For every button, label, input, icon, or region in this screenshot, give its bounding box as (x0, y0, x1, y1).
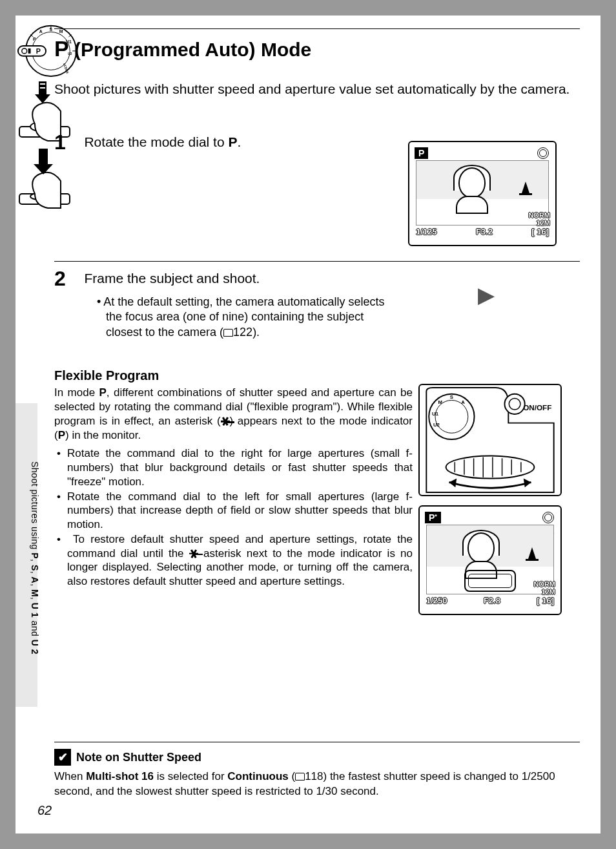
command-dial-illustration: SMA U1U2 ON/OFF (418, 384, 562, 496)
svg-text:A: A (461, 399, 465, 405)
svg-text:M: M (438, 399, 443, 405)
title-mode-letter: P (54, 36, 69, 61)
manual-page: P (Programmed Auto) Mode Shoot pictures … (15, 16, 601, 833)
lcd2-quality-stack: NORM 12M (533, 580, 555, 596)
manual-ref-icon (223, 329, 233, 337)
check-badge-icon (54, 749, 71, 766)
lcd2-aperture: F2.8 (482, 596, 502, 609)
lcd2-shutter: 1/250 (425, 596, 449, 609)
note-section: Note on Shutter Speed When Multi-shot 16… (54, 742, 580, 799)
svg-text:P: P (36, 47, 41, 55)
step-2-text: Frame the subject and shoot. (84, 267, 381, 286)
page-number: 62 (37, 803, 52, 818)
lcd1-shutter: 1/125 (415, 227, 438, 240)
svg-text:U2: U2 (433, 422, 440, 428)
lcd1-aperture: F3.2 (475, 227, 494, 240)
step-2: 2 Frame the subject and shoot. At the de… (54, 261, 580, 340)
note-body: When Multi-shot 16 is selected for Conti… (54, 770, 580, 799)
intro-paragraph: Shoot pictures with shutter speed and ap… (54, 80, 580, 98)
svg-text:U1: U1 (432, 411, 439, 417)
lcd1-remaining: [ 16] (530, 227, 550, 240)
step-1-number: 1 (54, 131, 81, 154)
manual-ref-icon (295, 773, 305, 781)
globe-icon (537, 147, 549, 159)
flexible-heading: Flexible Program (54, 368, 413, 383)
header-rule (54, 28, 580, 29)
svg-text:M: M (59, 29, 63, 34)
shutter-full-press-illustration (15, 146, 74, 213)
flexible-bullet-3: To restore default shutter speed and ape… (54, 532, 413, 589)
on-off-label: ON/OFF (523, 403, 551, 412)
flexible-program-section: Flexible Program In mode P, different co… (54, 368, 413, 589)
title-rest: (Programmed Auto) Mode (69, 39, 312, 60)
asterisk-icon (221, 417, 230, 426)
flexible-paragraph: In mode P, different combinations of shu… (54, 386, 413, 443)
globe-icon (542, 512, 554, 523)
note-heading: Note on Shutter Speed (54, 749, 580, 766)
svg-text:S: S (450, 394, 453, 400)
lcd2-remaining: [ 16] (535, 596, 555, 609)
lcd1-mode-indicator: P (415, 147, 428, 159)
svg-text:A: A (39, 29, 43, 34)
asterisk-icon (189, 549, 198, 558)
page-title: P (Programmed Auto) Mode (54, 36, 311, 61)
lcd1-bottom-readout: 1/125 F3.2 [ 16] (415, 227, 550, 240)
svg-text:P: P (33, 37, 36, 41)
step-2-bullet: At the default setting, the camera autom… (97, 295, 391, 340)
step-2-number: 2 (54, 267, 81, 291)
step-1-text: Rotate the mode dial to P. (84, 131, 381, 150)
lcd-preview-2: P* ✋ NORM 12M 1/250 F2.8 [ 16] (418, 505, 562, 615)
lcd1-quality-stack: NORM 12M (528, 211, 550, 227)
lcd2-mode-indicator: P* (425, 512, 441, 523)
flexible-bullet-list: Rotate the command dial to the right for… (54, 446, 413, 589)
svg-rect-25 (39, 149, 48, 164)
flexible-bullet-1: Rotate the command dial to the right for… (54, 446, 413, 488)
lcd2-bottom-readout: 1/250 F2.8 [ 16] (425, 596, 555, 609)
flexible-bullet-2: Rotate the command dial to the left for … (54, 490, 413, 532)
lcd-preview-1: P ✋ NORM 12M 1/125 F3.2 [ 16] (408, 141, 557, 246)
arrow-right-icon: ▶ (478, 282, 495, 308)
svg-rect-11 (28, 48, 31, 54)
svg-point-34 (504, 394, 524, 414)
chapter-tab-label: Shoot pictures using P, S, A, M, U 1 and… (30, 461, 40, 655)
af-area-box (464, 570, 516, 592)
